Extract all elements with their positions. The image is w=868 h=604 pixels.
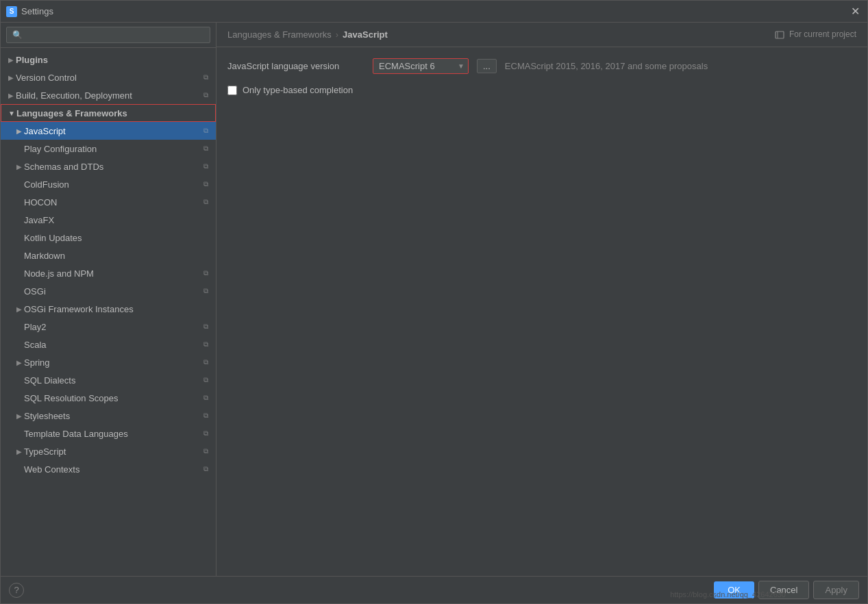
main-content: ▶ Plugins ▶ Version Control ⧉ ▶ Build, E… [1,23,867,576]
svg-rect-0 [776,32,784,38]
main-panel: Languages & Frameworks › JavaScript For … [216,23,867,576]
sidebar-item-hocon[interactable]: HOCON ⧉ [1,193,216,211]
arrow-icon: ▶ [6,73,16,82]
sidebar-item-label: SQL Dialects [24,375,201,386]
apply-button[interactable]: Apply [813,581,859,599]
sidebar-item-schemas-dtds[interactable]: ▶ Schemas and DTDs ⧉ [1,158,216,175]
sidebar-item-play-configuration[interactable]: Play Configuration ⧉ [1,140,216,158]
sidebar-item-spring[interactable]: ▶ Spring ⧉ [1,353,216,371]
sidebar-item-label: Stylesheets [24,411,201,421]
language-version-label: JavaScript language version [227,61,364,71]
close-button[interactable]: ✕ [848,5,862,18]
sidebar-item-label: Template Data Languages [24,429,201,439]
arrow-icon: ▶ [14,411,24,420]
sidebar-item-label: Play Configuration [24,144,201,154]
copy-icon: ⧉ [201,464,210,474]
sidebar-item-coldfusion[interactable]: ColdFusion ⧉ [1,175,216,193]
breadcrumb: Languages & Frameworks › JavaScript For … [216,23,867,47]
copy-icon: ⧉ [201,73,210,82]
help-button[interactable]: ? [9,583,24,598]
sidebar-item-label: Languages & Frameworks [16,108,210,118]
project-scope-label: For current project [775,29,856,40]
copy-icon: ⧉ [201,126,210,136]
copy-icon: ⧉ [201,90,210,100]
copy-icon: ⧉ [201,286,210,296]
sidebar-item-sql-dialects[interactable]: SQL Dialects ⧉ [1,371,216,389]
copy-icon: ⧉ [201,179,210,189]
sidebar-item-label: OSGi [24,286,201,297]
sidebar-item-label: Version Control [16,73,201,83]
sidebar-item-label: Web Contexts [24,464,201,475]
sidebar-item-plugins[interactable]: ▶ Plugins [1,51,216,68]
settings-window: S Settings ✕ ▶ Plugins ▶ Version Control [0,0,868,604]
sidebar-item-build-execution[interactable]: ▶ Build, Execution, Deployment ⧉ [1,86,216,104]
copy-icon: ⧉ [201,446,210,456]
sidebar-item-label: JavaScript [24,126,201,136]
breadcrumb-current: JavaScript [343,29,388,40]
sidebar-item-nodejs[interactable]: Node.js and NPM ⧉ [1,264,216,282]
checkbox-row: Only type-based completion [227,85,856,95]
watermark: https://blog.csdn.net/qq_42642630 [670,590,786,599]
sidebar-item-label: Scala [24,340,201,350]
copy-icon: ⧉ [201,322,210,331]
bottom-bar: ? OK Cancel Apply [1,576,867,603]
search-bar [1,23,216,48]
title-bar-left: S Settings [6,6,53,17]
sidebar-item-label: Play2 [24,322,201,332]
sidebar-item-label: Plugins [16,55,210,65]
copy-icon: ⧉ [201,144,210,153]
sidebar-item-web-contexts[interactable]: Web Contexts ⧉ [1,460,216,478]
arrow-icon: ▶ [14,126,24,136]
sidebar-item-label: Markdown [24,251,210,261]
language-version-select[interactable]: ECMAScript 5.1 ECMAScript 6 ECMAScript 2… [373,58,469,74]
sidebar-item-kotlin-updates[interactable]: Kotlin Updates [1,229,216,247]
language-version-select-wrapper: ECMAScript 5.1 ECMAScript 6 ECMAScript 2… [373,58,469,74]
sidebar-item-label: TypeScript [24,446,201,457]
ellipsis-button[interactable]: ... [477,59,497,73]
project-icon [775,30,784,40]
copy-icon: ⧉ [201,375,210,385]
sidebar-item-label: ColdFusion [24,179,201,190]
arrow-icon: ▶ [6,90,16,100]
language-version-row: JavaScript language version ECMAScript 5… [227,58,856,74]
sidebar-item-markdown[interactable]: Markdown [1,247,216,264]
arrow-icon: ▶ [14,304,24,314]
copy-icon: ⧉ [201,268,210,278]
sidebar: ▶ Plugins ▶ Version Control ⧉ ▶ Build, E… [1,23,216,576]
language-version-description: ECMAScript 2015, 2016, 2017 and some pro… [505,61,708,71]
sidebar-item-scala[interactable]: Scala ⧉ [1,336,216,353]
sidebar-item-label: SQL Resolution Scopes [24,393,201,403]
panel-content: JavaScript language version ECMAScript 5… [216,47,867,576]
sidebar-item-osgi[interactable]: OSGi ⧉ [1,282,216,300]
sidebar-item-osgi-framework[interactable]: ▶ OSGi Framework Instances [1,300,216,318]
sidebar-item-typescript[interactable]: ▶ TypeScript ⧉ [1,442,216,460]
sidebar-item-javascript[interactable]: ▶ JavaScript ⧉ [1,122,216,140]
sidebar-item-template-data[interactable]: Template Data Languages ⧉ [1,425,216,442]
copy-icon: ⧉ [201,411,210,420]
app-icon: S [6,6,17,17]
sidebar-item-label: JavaFX [24,215,210,225]
sidebar-item-label: OSGi Framework Instances [24,304,210,314]
arrow-icon: ▶ [6,55,16,64]
sidebar-item-label: Build, Execution, Deployment [16,90,201,101]
copy-icon: ⧉ [201,393,210,403]
sidebar-tree: ▶ Plugins ▶ Version Control ⧉ ▶ Build, E… [1,48,216,576]
type-completion-label: Only type-based completion [243,85,353,95]
sidebar-item-sql-resolution[interactable]: SQL Resolution Scopes ⧉ [1,389,216,407]
arrow-icon: ▼ [7,108,16,118]
title-bar: S Settings ✕ [1,1,867,23]
sidebar-item-languages-frameworks[interactable]: ▼ Languages & Frameworks [1,104,216,122]
sidebar-item-label: HOCON [24,197,201,207]
arrow-icon: ▶ [14,357,24,367]
type-completion-checkbox[interactable] [227,86,237,95]
sidebar-item-label: Node.js and NPM [24,268,201,279]
sidebar-item-label: Schemas and DTDs [24,162,201,172]
sidebar-item-version-control[interactable]: ▶ Version Control ⧉ [1,68,216,86]
sidebar-item-play2[interactable]: Play2 ⧉ [1,318,216,336]
window-title: Settings [21,6,53,16]
sidebar-item-label: Kotlin Updates [24,233,210,243]
sidebar-item-label: Spring [24,357,201,368]
sidebar-item-javafx[interactable]: JavaFX [1,211,216,229]
sidebar-item-stylesheets[interactable]: ▶ Stylesheets ⧉ [1,407,216,425]
search-input[interactable] [6,27,210,43]
